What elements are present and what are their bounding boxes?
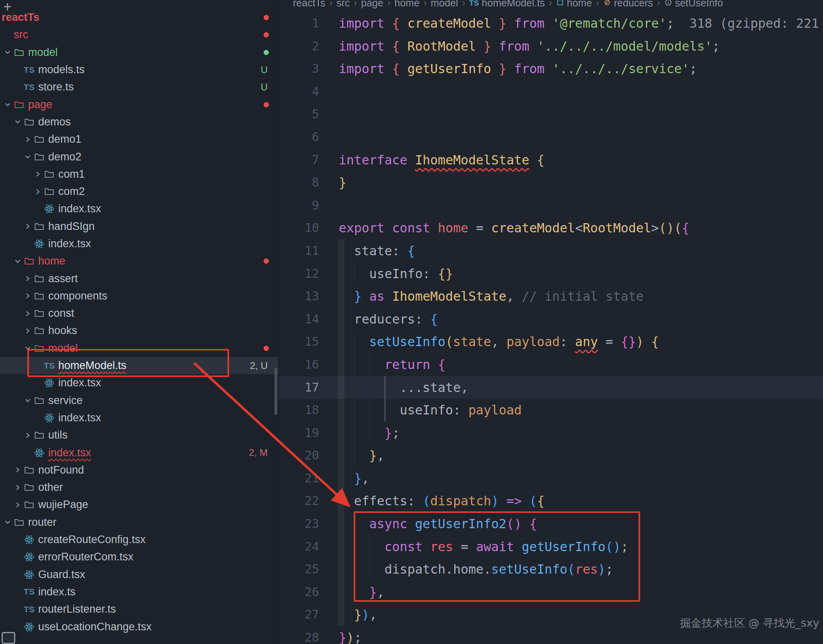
tree-item[interactable]: index.tsx2, M	[0, 444, 278, 461]
code-line[interactable]: 16 return {	[278, 353, 823, 376]
breadcrumb-separator: ›	[330, 0, 333, 8]
breadcrumb-item[interactable]: model	[431, 0, 458, 9]
tree-item[interactable]: Guard.tsx	[0, 566, 278, 583]
code-line[interactable]: 9	[278, 194, 823, 217]
code-line[interactable]: 18 useInfo: payload	[278, 399, 823, 422]
tree-item[interactable]: reactTs	[0, 9, 278, 26]
tree-item[interactable]: page	[0, 96, 278, 113]
chevron-right-icon[interactable]	[22, 291, 33, 300]
tree-item[interactable]: TSmodels.tsU	[0, 61, 278, 78]
code-line[interactable]: 10export const home = createModel<RootMo…	[278, 217, 823, 240]
tree-item[interactable]: home	[0, 252, 278, 270]
tree-item[interactable]: demos	[0, 113, 278, 131]
tree-item[interactable]: com1	[0, 166, 278, 183]
chevron-right-icon[interactable]	[22, 309, 33, 318]
line-number: 17	[278, 376, 319, 399]
chevron-down-icon[interactable]	[12, 117, 23, 126]
code-token: ,	[362, 471, 369, 486]
code-token: payload	[468, 403, 522, 417]
breadcrumb-item[interactable]: reducers	[603, 0, 653, 9]
code-line[interactable]: 4	[278, 80, 823, 103]
tree-item[interactable]: errorRouterCom.tsx	[0, 548, 278, 566]
code-line[interactable]: 14 reducers: {	[278, 308, 823, 331]
code-token	[339, 357, 385, 372]
tree-item[interactable]: index.tsx	[0, 200, 278, 217]
chevron-right-icon[interactable]	[12, 466, 23, 474]
tree-item[interactable]: hooks	[0, 322, 278, 339]
chevron-down-icon[interactable]	[2, 100, 13, 109]
chevron-right-icon[interactable]	[22, 431, 33, 440]
code-line[interactable]: 17 ...state,	[278, 376, 823, 399]
tree-item[interactable]: notFound	[0, 461, 278, 479]
tree-item[interactable]: index.tsx	[0, 409, 278, 427]
tree-item[interactable]: createRouteConfig.tsx	[0, 531, 278, 548]
chevron-down-icon[interactable]	[2, 518, 13, 527]
code-line[interactable]: 20 },	[278, 444, 823, 467]
code-line[interactable]: 15 setUseInfo(state, payload: any = {}) …	[278, 330, 823, 353]
code-line[interactable]: 7interface IhomeModelState {	[278, 149, 823, 172]
tree-item[interactable]: handSIgn	[0, 218, 278, 235]
code-line[interactable]: 22 effects: (dispatch) => ({	[278, 490, 823, 513]
chevron-right-icon[interactable]	[32, 170, 43, 178]
code-line[interactable]: 5	[278, 103, 823, 126]
watermark: 掘金技术社区 @ 寻找光_sxy	[680, 616, 819, 630]
tree-item[interactable]: com2	[0, 183, 278, 200]
chevron-right-icon[interactable]	[22, 274, 33, 283]
breadcrumb-item[interactable]: src	[336, 0, 350, 9]
tree-item[interactable]: demo2	[0, 148, 278, 165]
code-line[interactable]: 12 useInfo: {}	[278, 263, 823, 285]
chevron-right-icon[interactable]	[12, 500, 23, 509]
code-line[interactable]: 6	[278, 126, 823, 149]
tree-item-label: handSIgn	[48, 220, 95, 233]
breadcrumb-item[interactable]: page	[361, 0, 383, 9]
code-line[interactable]: 3import { getUserInfo } from '../../../s…	[278, 57, 823, 80]
tree-item[interactable]: router	[0, 514, 278, 531]
tree-item-label: store.ts	[38, 81, 74, 93]
tree-item[interactable]: index.tsx	[0, 235, 278, 252]
tree-item[interactable]: src	[0, 26, 278, 43]
code-token: >	[651, 221, 659, 235]
tree-item[interactable]: demo1	[0, 131, 278, 148]
code-line[interactable]: 11 state: {	[278, 240, 823, 263]
tree-item[interactable]: wujiePage	[0, 496, 278, 513]
chevron-right-icon[interactable]	[32, 187, 43, 196]
chevron-down-icon[interactable]	[22, 396, 33, 405]
code-line[interactable]: 13 } as IhomeModelState, // initial stat…	[278, 285, 823, 308]
line-number: 26	[278, 581, 319, 604]
tree-item[interactable]: TSrouterListener.ts	[0, 601, 278, 618]
code-line[interactable]: 2import { RootModel } from '../../../mod…	[278, 35, 823, 58]
breadcrumb-item[interactable]: reactTs	[293, 0, 326, 9]
code-token	[430, 357, 438, 372]
code-token: {}	[621, 334, 636, 349]
tree-item-label: router	[28, 516, 57, 529]
chevron-right-icon[interactable]	[12, 483, 23, 492]
tree-item[interactable]: utils	[0, 427, 278, 444]
tree-item[interactable]: model	[0, 44, 278, 61]
code-line[interactable]: 8}	[278, 171, 823, 194]
chevron-right-icon[interactable]	[22, 222, 33, 231]
breadcrumb-item[interactable]: TShomeModel.ts	[469, 0, 545, 9]
chevron-right-icon[interactable]	[22, 135, 33, 144]
code-line[interactable]: 19 };	[278, 422, 823, 445]
code-token: )	[362, 607, 369, 622]
tree-item[interactable]: service	[0, 392, 278, 409]
tree-item-label: index.tsx	[58, 377, 101, 389]
code-line[interactable]: 21 },	[278, 467, 823, 490]
breadcrumb-item[interactable]: home	[395, 0, 420, 9]
breadcrumb-item[interactable]: setUseInfo	[664, 0, 723, 9]
tree-item[interactable]: other	[0, 479, 278, 496]
sidebar-scrollbar[interactable]	[274, 367, 277, 415]
tree-item[interactable]: TSstore.tsU	[0, 78, 278, 96]
chevron-down-icon[interactable]	[2, 48, 13, 57]
code-token: {	[537, 494, 545, 508]
tree-item[interactable]: TSindex.ts	[0, 583, 278, 601]
tree-item[interactable]: const	[0, 305, 278, 322]
code-line[interactable]: 1import { createModel } from '@rematch/c…	[278, 12, 823, 35]
tree-item[interactable]: assert	[0, 270, 278, 287]
chevron-down-icon[interactable]	[22, 152, 33, 161]
tree-item[interactable]: components	[0, 287, 278, 305]
chevron-down-icon[interactable]	[12, 257, 23, 266]
chevron-right-icon[interactable]	[22, 326, 33, 335]
tree-item[interactable]: useLocationChange.tsx	[0, 618, 278, 635]
breadcrumb-item[interactable]: home	[556, 0, 592, 9]
